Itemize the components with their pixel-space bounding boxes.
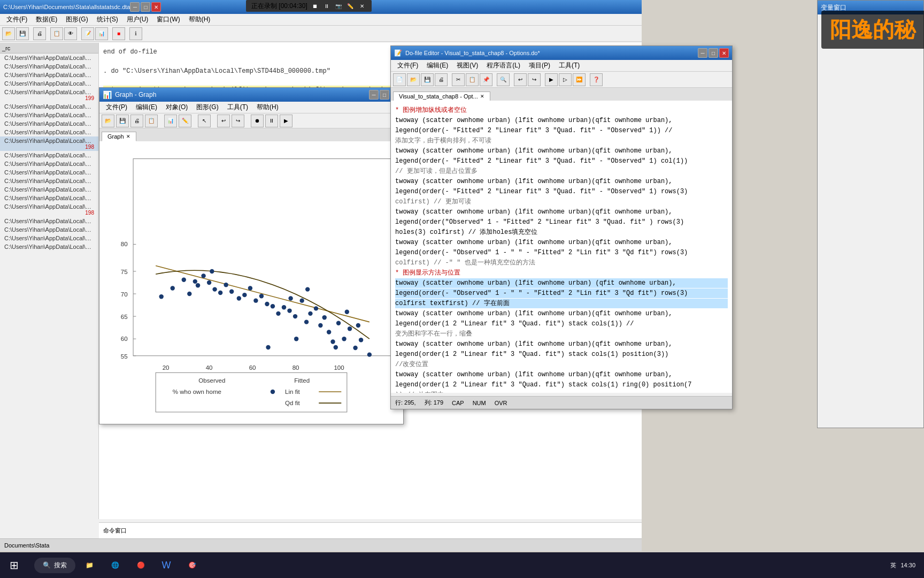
- file-list-item[interactable]: C:\Users\Yihan\AppData\Local\Te...: [0, 119, 98, 128]
- file-list-item[interactable]: C:\Users\Yihan\AppData\Local\Te...: [0, 62, 98, 71]
- stata-menu-stats[interactable]: 统计(S): [93, 14, 122, 25]
- graph-maximize-btn[interactable]: □: [380, 90, 389, 100]
- graph-toolbar-circle[interactable]: ⏺: [251, 115, 264, 127]
- file-list-item[interactable]: C:\Users\Yihan\AppData\Local\Te...: [0, 128, 98, 136]
- file-list-item[interactable]: C:\Users\Yihan\AppData\Local\Te...: [0, 242, 98, 251]
- taskbar-browser[interactable]: 🌐: [103, 553, 127, 577]
- dofile-maximize-btn[interactable]: □: [709, 48, 718, 58]
- stata-menu-data[interactable]: 数据(E): [32, 14, 61, 25]
- stata-menu-window[interactable]: 窗口(W): [152, 14, 184, 25]
- file-list-item[interactable]: C:\Users\Yihan\AppData\Local\Te...: [0, 217, 98, 225]
- dofile-content[interactable]: * 图例增加纵线或者空位 twoway (scatter ownhome urb…: [391, 101, 732, 393]
- graph-toolbar-pause[interactable]: ⏸: [265, 115, 278, 127]
- rec-pause-btn[interactable]: ⏸: [322, 2, 331, 10]
- toolbar-log-btn[interactable]: 📋: [50, 27, 63, 40]
- dofile-menu-proj[interactable]: 项目(P): [525, 60, 555, 71]
- dofile-menu-view[interactable]: 视图(V): [452, 60, 482, 71]
- file-list-item[interactable]: C:\Users\Yihan\AppData\Local\Te...: [0, 102, 98, 111]
- dofile-menu-edit[interactable]: 编辑(E): [422, 60, 452, 71]
- toolbar-save-btn[interactable]: 💾: [16, 27, 29, 40]
- graph-minimize-btn[interactable]: ─: [369, 90, 379, 100]
- graph-menu-file[interactable]: 文件(P): [102, 102, 132, 113]
- dofile-toolbar-find[interactable]: 🔍: [497, 73, 510, 86]
- file-list-item[interactable]: C:\Users\Yihan\AppData\Local\Te...: [0, 168, 98, 177]
- rec-pen-btn[interactable]: ✏️: [346, 2, 355, 10]
- dofile-tab-close[interactable]: ✕: [480, 94, 484, 99]
- toolbar-break-btn[interactable]: ■: [112, 27, 125, 40]
- graph-menu-tools[interactable]: 工具(T): [223, 102, 252, 113]
- dofile-toolbar-print[interactable]: 🖨: [435, 73, 448, 86]
- file-list-item[interactable]: C:\Users\Yihan\AppData\Local\Te... 198: [0, 202, 98, 217]
- graph-menu-help[interactable]: 帮助(H): [252, 102, 283, 113]
- file-list-item[interactable]: C:\Users\Yihan\AppData\Local\Te...: [0, 225, 98, 234]
- dofile-minimize-btn[interactable]: ─: [698, 48, 707, 58]
- dofile-toolbar-new[interactable]: 📄: [393, 73, 406, 86]
- file-list-item[interactable]: C:\Users\Yihan\AppData\Local\Te...: [0, 111, 98, 119]
- graph-toolbar-btn6[interactable]: ✏️: [179, 115, 191, 127]
- stata-menu-help[interactable]: 帮助(H): [184, 14, 215, 25]
- graph-toolbar-btn2[interactable]: 💾: [116, 115, 129, 127]
- toolbar-print-btn[interactable]: 🖨: [33, 27, 46, 40]
- taskbar-app2[interactable]: W: [155, 553, 178, 577]
- toolbar-viewer-btn[interactable]: 👁: [64, 27, 77, 40]
- toolbar-chart-btn[interactable]: 📊: [95, 27, 108, 40]
- stata-close-btn[interactable]: ✕: [151, 2, 161, 12]
- graph-menu-edit[interactable]: 编辑(E): [132, 102, 161, 113]
- dofile-toolbar-help[interactable]: ❓: [590, 73, 603, 86]
- graph-toolbar-btn4[interactable]: 📋: [145, 115, 158, 127]
- stata-menu-user[interactable]: 用户(U): [122, 14, 153, 25]
- rec-camera-btn[interactable]: 📷: [334, 2, 343, 10]
- dofile-tab-main[interactable]: Visual_to_stata_chap8 - Opt... ✕: [393, 92, 490, 101]
- dofile-toolbar-open[interactable]: 📂: [407, 73, 420, 86]
- graph-toolbar-redo[interactable]: ↪: [232, 115, 244, 127]
- file-list-item[interactable]: C:\Users\Yihan\AppData\Local\Te...: [0, 79, 98, 88]
- dofile-toolbar-copy[interactable]: 📋: [466, 73, 479, 86]
- toolbar-info-btn[interactable]: ℹ: [129, 27, 142, 40]
- file-list-item[interactable]: C:\Users\Yihan\AppData\Local\Te...: [0, 234, 98, 242]
- toolbar-open-btn[interactable]: 📂: [2, 27, 15, 40]
- graph-tab-main[interactable]: Graph ✕: [102, 132, 136, 141]
- taskbar-app3[interactable]: 🎯: [180, 553, 204, 577]
- file-list-item[interactable]: C:\Users\Yihan\AppData\Local\Te...: [0, 71, 98, 79]
- taskbar-fileexplorer[interactable]: 📁: [78, 553, 101, 577]
- rec-close-btn[interactable]: ✕: [358, 2, 366, 10]
- dofile-close-btn[interactable]: ✕: [719, 48, 729, 58]
- dofile-toolbar-cut[interactable]: ✂: [452, 73, 465, 86]
- file-list-item[interactable]: C:\Users\Yihan\AppData\Local\Te...: [0, 159, 98, 168]
- dofile-toolbar-run-sel[interactable]: ▷: [559, 73, 572, 86]
- stata-maximize-btn[interactable]: □: [141, 2, 150, 12]
- rec-stop-btn[interactable]: ⏹: [311, 2, 319, 10]
- dofile-toolbar-redo[interactable]: ↪: [528, 73, 541, 86]
- graph-toolbar-play[interactable]: ▶: [280, 115, 292, 127]
- taskbar-search[interactable]: 🔍 搜索: [34, 558, 75, 573]
- stata-menu-graph[interactable]: 图形(G): [61, 14, 92, 25]
- file-list-item[interactable]: C:\Users\Yihan\AppData\Local\Te...: [0, 177, 98, 185]
- dofile-toolbar-run-all[interactable]: ⏩: [573, 73, 586, 86]
- dofile-toolbar-run[interactable]: ▶: [545, 73, 558, 86]
- graph-toolbar-btn5[interactable]: 📊: [164, 115, 177, 127]
- graph-tab-close[interactable]: ✕: [126, 134, 130, 139]
- stata-menu-file[interactable]: 文件(F): [2, 14, 32, 25]
- graph-toolbar-undo[interactable]: ↩: [217, 115, 230, 127]
- graph-toolbar-btn3[interactable]: 🖨: [130, 115, 143, 127]
- file-list-item-selected[interactable]: C:\Users\Yihan\AppData\Local\Te... 198: [0, 136, 98, 151]
- taskbar-app1[interactable]: 🔴: [129, 553, 152, 577]
- stata-minimize-btn[interactable]: ─: [130, 2, 140, 12]
- graph-toolbar-btn1[interactable]: 📂: [102, 115, 114, 127]
- dofile-toolbar-save[interactable]: 💾: [421, 73, 434, 86]
- dofile-menu-file[interactable]: 文件(F): [393, 60, 422, 71]
- file-list-item[interactable]: C:\Users\Yihan\AppData\Local\Te...: [0, 194, 98, 202]
- graph-toolbar-cursor[interactable]: ↖: [198, 115, 211, 127]
- file-list-item[interactable]: C:\Users\Yihan\AppData\Local\Te... 199: [0, 88, 98, 102]
- file-list-item[interactable]: C:\Users\Yihan\AppData\Local\Te...: [0, 54, 98, 62]
- graph-menu-obj[interactable]: 对象(O): [161, 102, 192, 113]
- dofile-menu-lang[interactable]: 程序语言(L): [482, 60, 525, 71]
- dofile-toolbar-paste[interactable]: 📌: [480, 73, 492, 86]
- graph-menu-graph[interactable]: 图形(G): [192, 102, 222, 113]
- dofile-toolbar-undo[interactable]: ↩: [514, 73, 527, 86]
- dofile-menu-tools[interactable]: 工具(T): [555, 60, 584, 71]
- start-button[interactable]: ⊞: [0, 552, 28, 578]
- file-list-item[interactable]: C:\Users\Yihan\AppData\Local\Te...: [0, 185, 98, 194]
- file-list-item[interactable]: C:\Users\Yihan\AppData\Local\Te...: [0, 151, 98, 159]
- toolbar-dofile-btn[interactable]: 📝: [81, 27, 94, 40]
